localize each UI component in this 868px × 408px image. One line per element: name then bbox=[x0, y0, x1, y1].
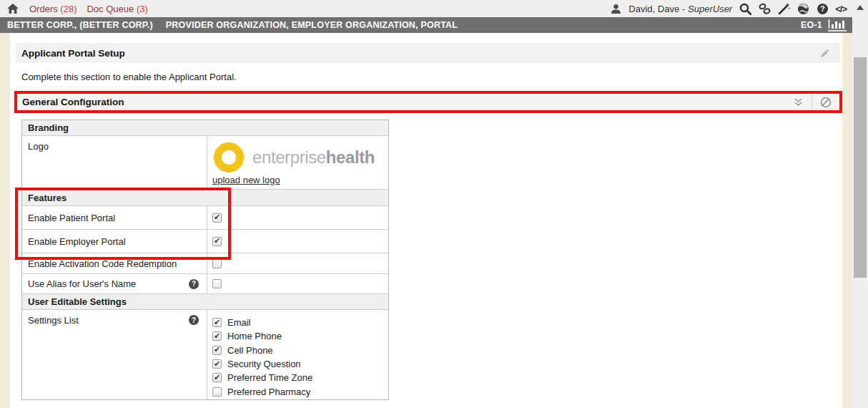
org-context-right: EO-1 bbox=[801, 19, 847, 31]
upload-new-logo-link[interactable]: upload new logo bbox=[212, 175, 280, 185]
page-header: Applicant Portal Setup bbox=[16, 43, 840, 63]
table-section-branding: Branding bbox=[22, 120, 388, 136]
user-role: SuperUser bbox=[688, 4, 732, 14]
help-icon[interactable]: ? bbox=[816, 2, 829, 15]
table-row-use-alias: Use Alias for User's Name ? bbox=[22, 274, 388, 294]
option-label: Preferred Time Zone bbox=[227, 372, 312, 383]
option-security-question: Security Question bbox=[212, 357, 388, 371]
enable-employer-portal-checkbox[interactable] bbox=[212, 237, 222, 246]
app-window: Orders (28) Doc Queue (3) David, Dave - … bbox=[0, 0, 868, 408]
logo-text-bold: health bbox=[326, 147, 375, 167]
table-row-logo: Logo bbox=[22, 136, 388, 190]
search-icon[interactable] bbox=[739, 2, 751, 15]
org-name: BETTER CORP., (BETTER CORP.) bbox=[7, 20, 153, 30]
logo-pinwheel-icon bbox=[212, 140, 246, 175]
option-preferred-time-zone: Preferred Time Zone bbox=[212, 371, 388, 384]
row-label: Enable Activation Code Redemption bbox=[22, 253, 207, 273]
table-section-features: Features bbox=[22, 190, 388, 206]
preferred-pharmacy-checkbox[interactable] bbox=[212, 387, 222, 397]
nav-doc-queue-label: Doc Queue bbox=[87, 4, 134, 14]
logo-row-label: Logo bbox=[22, 136, 207, 189]
use-alias-checkbox[interactable] bbox=[212, 279, 222, 288]
org-context-left: BETTER CORP., (BETTER CORP.) PROVIDER OR… bbox=[7, 20, 458, 30]
option-label: Email bbox=[227, 317, 251, 328]
option-label: Home Phone bbox=[227, 331, 282, 341]
section-controls bbox=[784, 94, 839, 110]
link-icon[interactable] bbox=[758, 2, 771, 15]
enable-patient-portal-checkbox[interactable] bbox=[212, 213, 222, 223]
table-section-user-editable-settings: User Editable Settings bbox=[22, 294, 388, 310]
option-preferred-pharmacy: Preferred Pharmacy bbox=[212, 384, 388, 398]
enable-activation-code-checkbox[interactable] bbox=[212, 259, 222, 268]
org-types: PROVIDER ORGANIZATION, EMPLOYER ORGANIZA… bbox=[166, 20, 458, 30]
top-nav-right: David, Dave - SuperUser ? </> bbox=[609, 2, 847, 15]
cell-phone-checkbox[interactable] bbox=[212, 346, 222, 355]
current-user[interactable]: David, Dave - SuperUser bbox=[628, 4, 732, 14]
chart-icon[interactable] bbox=[828, 19, 847, 31]
svg-text:?: ? bbox=[820, 4, 824, 13]
security-question-checkbox[interactable] bbox=[212, 359, 222, 369]
page-title: Applicant Portal Setup bbox=[21, 48, 125, 59]
section-header-general-configuration: General Configuration bbox=[17, 94, 839, 110]
option-label: Security Question bbox=[227, 359, 301, 369]
table-row-enable-employer-portal: Enable Employer Portal bbox=[22, 230, 388, 253]
option-label: Cell Phone bbox=[227, 345, 273, 356]
applicant-portal-config-table: Branding Logo bbox=[21, 120, 389, 400]
org-context-bar: BETTER CORP., (BETTER CORP.) PROVIDER OR… bbox=[0, 17, 852, 33]
table-row-settings-list: Settings List ? Email Home Phone Cell Ph… bbox=[22, 310, 388, 399]
nav-orders-count: (28) bbox=[60, 4, 77, 14]
edit-pencil-icon[interactable] bbox=[819, 48, 830, 59]
preferred-time-zone-checkbox[interactable] bbox=[212, 373, 222, 382]
scrollbar-up-arrow-icon[interactable] bbox=[857, 5, 864, 10]
logo-text-light: enterprise bbox=[252, 147, 326, 167]
table-row-enable-patient-portal: Enable Patient Portal bbox=[22, 206, 388, 230]
settings-options-list: Email Home Phone Cell Phone Security Que… bbox=[207, 310, 388, 399]
nav-orders[interactable]: Orders (28) bbox=[29, 4, 77, 14]
page-description: Complete this section to enable the Appl… bbox=[21, 72, 237, 82]
logo-wordmark: enterprisehealth bbox=[252, 147, 375, 167]
row-label: Use Alias for User's Name bbox=[28, 278, 136, 289]
nav-orders-label: Orders bbox=[29, 4, 58, 14]
top-navigation-bar: Orders (28) Doc Queue (3) David, Dave - … bbox=[0, 0, 852, 17]
section-title: General Configuration bbox=[22, 97, 124, 107]
disable-section-icon[interactable] bbox=[812, 94, 839, 110]
user-icon bbox=[609, 2, 622, 15]
settings-list-label-cell: Settings List ? bbox=[22, 310, 207, 399]
vertical-scrollbar[interactable] bbox=[852, 0, 868, 408]
email-checkbox[interactable] bbox=[212, 318, 222, 327]
enterprise-health-logo: enterprisehealth bbox=[212, 140, 375, 175]
user-name: David, Dave - bbox=[628, 4, 685, 14]
nav-doc-queue-count: (3) bbox=[137, 4, 148, 14]
globe-icon[interactable] bbox=[797, 2, 809, 15]
alias-help-icon[interactable]: ? bbox=[189, 279, 199, 289]
context-code: EO-1 bbox=[801, 20, 822, 30]
home-phone-checkbox[interactable] bbox=[212, 331, 222, 341]
option-home-phone: Home Phone bbox=[212, 329, 388, 343]
row-label: Enable Employer Portal bbox=[22, 230, 207, 253]
top-nav-left: Orders (28) Doc Queue (3) bbox=[6, 2, 148, 15]
scrollbar-thumb[interactable] bbox=[854, 57, 867, 278]
chevron-double-down-icon[interactable] bbox=[784, 94, 812, 110]
option-email: Email bbox=[212, 316, 388, 329]
settings-list-help-icon[interactable]: ? bbox=[189, 315, 199, 325]
code-icon[interactable]: </> bbox=[835, 4, 847, 14]
option-label: Preferred Pharmacy bbox=[227, 387, 310, 397]
row-label-with-help: Use Alias for User's Name ? bbox=[22, 274, 207, 293]
row-label: Settings List bbox=[28, 315, 79, 326]
option-cell-phone: Cell Phone bbox=[212, 344, 388, 357]
wand-icon[interactable] bbox=[777, 2, 790, 15]
row-label: Enable Patient Portal bbox=[22, 206, 207, 229]
nav-doc-queue[interactable]: Doc Queue (3) bbox=[87, 4, 147, 14]
logo-row-value: enterprisehealth upload new logo bbox=[207, 136, 388, 189]
table-row-enable-activation-code: Enable Activation Code Redemption bbox=[22, 253, 388, 274]
home-icon[interactable] bbox=[6, 2, 19, 15]
